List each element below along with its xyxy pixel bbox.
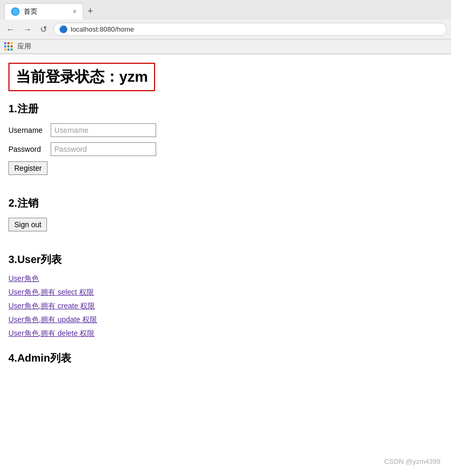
- reload-button[interactable]: ↺: [38, 23, 49, 35]
- active-tab[interactable]: 首页 ×: [4, 3, 83, 20]
- forward-button[interactable]: →: [21, 24, 34, 35]
- signout-button[interactable]: Sign out: [8, 218, 47, 231]
- tab-title: 首页: [24, 7, 69, 16]
- register-button[interactable]: Register: [8, 161, 47, 175]
- bookmarks-bar: 应用: [0, 40, 451, 54]
- list-item: User角色: [8, 274, 443, 284]
- user-link-0[interactable]: User角色: [8, 274, 39, 283]
- list-item: User角色,拥有 delete 权限: [8, 329, 443, 338]
- address-bar: ← → ↺ 🔵 localhost:8080/home: [0, 20, 451, 40]
- username-row: Username: [8, 123, 443, 137]
- browser-chrome: 首页 × + ← → ↺ 🔵 localhost:8080/home 应用: [0, 0, 451, 54]
- list-item: User角色,拥有 update 权限: [8, 315, 443, 325]
- list-item: User角色,拥有 create 权限: [8, 302, 443, 311]
- user-list-section: 3.User列表 User角色 User角色,拥有 select 权限 User…: [8, 252, 443, 338]
- user-link-3[interactable]: User角色,拥有 update 权限: [8, 315, 97, 324]
- url-text: localhost:8080/home: [71, 25, 134, 33]
- tab-bar: 首页 × +: [0, 0, 451, 20]
- admin-list-section: 4.Admin列表: [8, 351, 443, 365]
- page-content: 当前登录状态：yzm 1.注册 Username Password Regist…: [0, 54, 451, 386]
- signout-section: 2.注销 Sign out: [8, 196, 443, 240]
- tab-close-button[interactable]: ×: [73, 8, 76, 15]
- admin-list-heading: 4.Admin列表: [8, 351, 443, 365]
- back-button[interactable]: ←: [4, 24, 17, 35]
- register-heading: 1.注册: [8, 102, 443, 116]
- signout-heading: 2.注销: [8, 196, 443, 210]
- user-list-heading: 3.User列表: [8, 252, 443, 267]
- apps-icon: [4, 42, 13, 51]
- url-bar[interactable]: 🔵 localhost:8080/home: [53, 23, 447, 36]
- password-row: Password: [8, 142, 443, 156]
- username-input[interactable]: [51, 123, 156, 137]
- user-link-1[interactable]: User角色,拥有 select 权限: [8, 288, 94, 296]
- list-item: User角色,拥有 select 权限: [8, 288, 443, 297]
- username-label: Username: [8, 126, 51, 134]
- password-label: Password: [8, 145, 51, 153]
- new-tab-button[interactable]: +: [83, 4, 98, 19]
- user-link-list: User角色 User角色,拥有 select 权限 User角色,拥有 cre…: [8, 274, 443, 338]
- login-status-box: 当前登录状态：yzm: [8, 63, 155, 91]
- secure-icon: 🔵: [59, 25, 68, 33]
- password-input[interactable]: [51, 142, 156, 156]
- bookmarks-apps-label: 应用: [17, 42, 31, 51]
- tab-favicon: [11, 7, 20, 16]
- user-link-2[interactable]: User角色,拥有 create 权限: [8, 302, 95, 310]
- user-link-4[interactable]: User角色,拥有 delete 权限: [8, 329, 94, 337]
- register-section: 1.注册 Username Password Register: [8, 102, 443, 183]
- login-status-text: 当前登录状态：yzm: [16, 69, 148, 85]
